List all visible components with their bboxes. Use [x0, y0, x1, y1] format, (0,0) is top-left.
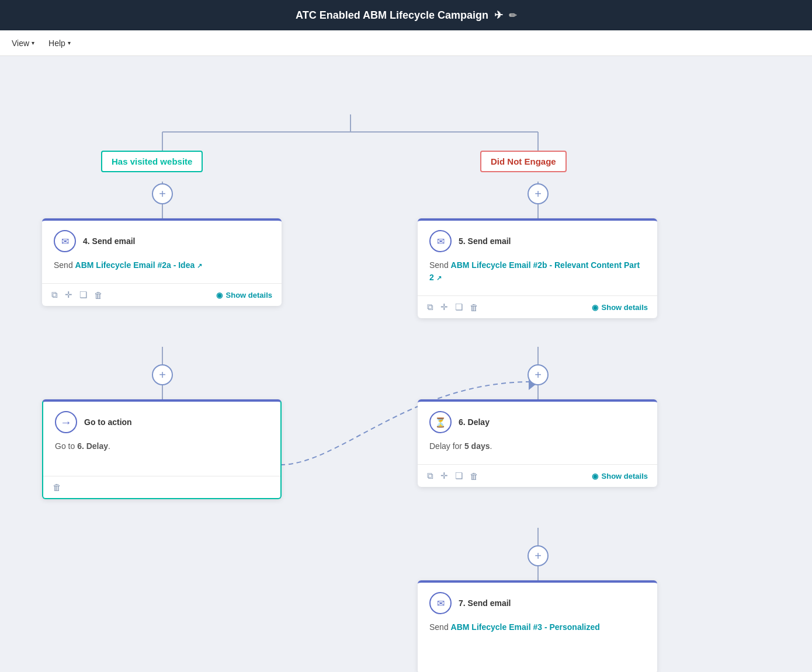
card-4-send-email: ✉ 4. Send email Send ABM Lifecycle Email…: [42, 218, 282, 306]
navbar: View ▾ Help ▾: [0, 30, 812, 56]
plus-btn-left-top[interactable]: +: [152, 183, 173, 204]
card6-delete-icon[interactable]: 🗑: [470, 471, 478, 481]
card6-eye-icon: ◉: [592, 472, 598, 481]
goto-actions: 🗑: [53, 482, 61, 492]
card5-duplicate-icon[interactable]: ❏: [455, 302, 463, 312]
card7-email-icon: ✉: [429, 592, 452, 614]
plus-btn-right-top[interactable]: +: [528, 183, 549, 204]
card7-content: Send ABM Lifecycle Email #3 - Personaliz…: [429, 621, 646, 633]
card6-show-details[interactable]: ◉ Show details: [592, 472, 648, 481]
branch-label-left: Has visited website: [101, 151, 203, 172]
plus-btn-right-mid[interactable]: +: [528, 364, 549, 385]
card4-copy-icon[interactable]: ⧉: [51, 290, 58, 300]
card4-footer: ⧉ ✛ ❏ 🗑 ◉ Show details: [42, 283, 282, 306]
card-goto-action: → Go to action Go to 6. Delay. 🗑: [42, 399, 282, 499]
card5-show-details[interactable]: ◉ Show details: [592, 303, 648, 312]
card5-content: Send ABM Lifecycle Email #2b - Relevant …: [429, 259, 646, 284]
card7-email-link[interactable]: ABM Lifecycle Email #3 - Personalized: [451, 622, 600, 632]
goto-delete-icon[interactable]: 🗑: [53, 482, 61, 492]
card4-actions: ⧉ ✛ ❏ 🗑: [51, 290, 103, 300]
card5-move-icon[interactable]: ✛: [440, 302, 448, 312]
card5-delete-icon[interactable]: 🗑: [470, 302, 478, 312]
nav-view-label: View: [12, 39, 29, 48]
plus-btn-left-mid[interactable]: +: [152, 364, 173, 385]
connectors-svg: [0, 56, 812, 672]
header: ATC Enabled ABM Lifecycle Campaign ✈ ✏: [0, 0, 812, 30]
goto-icon-circle: →: [55, 411, 77, 433]
card6-content: Delay for 5 days.: [429, 440, 646, 452]
card5-footer: ⧉ ✛ ❏ 🗑 ◉ Show details: [418, 295, 657, 318]
header-title-text: ATC Enabled ABM Lifecycle Campaign: [296, 9, 488, 22]
branch-label-right: Did Not Engage: [480, 151, 567, 172]
card-6-delay: ⏳ 6. Delay Delay for 5 days. ⧉ ✛ ❏ 🗑 ◉ S…: [418, 399, 657, 487]
card6-duplicate-icon[interactable]: ❏: [455, 471, 463, 481]
card6-move-icon[interactable]: ✛: [440, 471, 448, 481]
goto-footer: 🗑: [43, 476, 280, 498]
header-title: ATC Enabled ABM Lifecycle Campaign ✈ ✏: [296, 9, 516, 22]
nav-help[interactable]: Help ▾: [48, 39, 71, 48]
nav-view-chevron: ▾: [32, 40, 34, 46]
card4-duplicate-icon[interactable]: ❏: [79, 290, 87, 300]
card5-title: 5. Send email: [459, 236, 511, 246]
card5-copy-icon[interactable]: ⧉: [427, 302, 433, 312]
card4-email-link[interactable]: ABM Lifecycle Email #2a - Idea ↗: [75, 260, 203, 270]
card-5-send-email: ✉ 5. Send email Send ABM Lifecycle Email…: [418, 218, 657, 318]
card4-title: 4. Send email: [83, 236, 135, 246]
delay-icon-circle: ⏳: [429, 411, 452, 433]
plus-btn-right-bot[interactable]: +: [528, 545, 549, 566]
card4-move-icon[interactable]: ✛: [65, 290, 72, 300]
workflow-canvas: Has visited website Did Not Engage + + ✉…: [0, 56, 812, 672]
card5-actions: ⧉ ✛ ❏ 🗑: [427, 302, 478, 312]
nav-help-chevron: ▾: [68, 40, 71, 46]
card-7-send-email: ✉ 7. Send email Send ABM Lifecycle Email…: [418, 580, 657, 672]
card6-actions: ⧉ ✛ ❏ 🗑: [427, 471, 478, 481]
nav-help-label: Help: [48, 39, 65, 48]
card6-title: 6. Delay: [459, 417, 490, 427]
goto-title: Go to action: [84, 417, 132, 427]
card4-delete-icon[interactable]: 🗑: [94, 290, 103, 300]
nav-view[interactable]: View ▾: [12, 39, 34, 48]
card5-eye-icon: ◉: [592, 303, 598, 312]
goto-content: Go to 6. Delay.: [55, 440, 269, 452]
card4-content: Send ABM Lifecycle Email #2a - Idea ↗: [54, 259, 270, 271]
card4-email-icon: ✉: [54, 230, 76, 252]
card5-email-icon: ✉: [429, 230, 452, 252]
card6-copy-icon[interactable]: ⧉: [427, 471, 433, 481]
plane-icon: ✈: [494, 9, 503, 22]
card4-eye-icon: ◉: [216, 291, 223, 300]
edit-icon[interactable]: ✏: [509, 10, 516, 21]
card7-title: 7. Send email: [459, 598, 511, 608]
card4-show-details[interactable]: ◉ Show details: [216, 291, 272, 300]
card5-email-link[interactable]: ABM Lifecycle Email #2b - Relevant Conte…: [429, 260, 640, 282]
card6-footer: ⧉ ✛ ❏ 🗑 ◉ Show details: [418, 464, 657, 487]
